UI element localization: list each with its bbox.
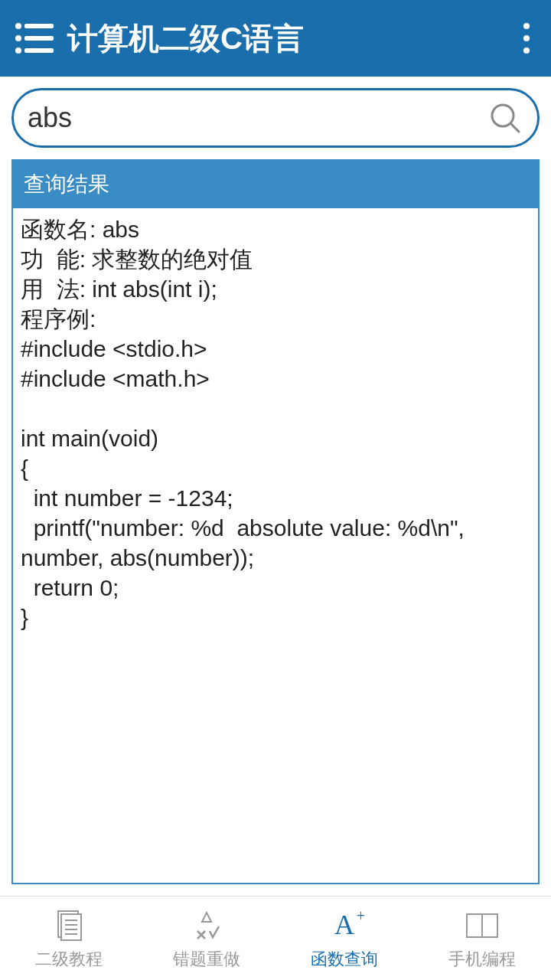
nav-tutorial[interactable]: 二级教程 bbox=[0, 897, 138, 980]
menu-icon[interactable] bbox=[15, 23, 54, 54]
nav-label: 二级教程 bbox=[35, 948, 103, 971]
nav-redo-wrong[interactable]: 错题重做 bbox=[138, 897, 276, 980]
book-icon bbox=[464, 906, 500, 943]
search-input[interactable] bbox=[28, 102, 488, 134]
app-title: 计算机二级C语言 bbox=[67, 18, 517, 60]
svg-marker-8 bbox=[202, 913, 211, 922]
result-header: 查询结果 bbox=[13, 161, 538, 208]
search-box bbox=[11, 88, 540, 148]
document-icon bbox=[51, 906, 87, 943]
overflow-menu-icon[interactable] bbox=[517, 17, 536, 60]
nav-label: 错题重做 bbox=[173, 948, 240, 971]
app-header: 计算机二级C语言 bbox=[0, 0, 551, 77]
svg-rect-3 bbox=[61, 914, 81, 940]
result-panel: 查询结果 函数名: abs 功 能: 求整数的绝对值 用 法: int abs(… bbox=[11, 159, 540, 884]
nav-label: 函数查询 bbox=[311, 948, 378, 971]
nav-mobile-coding[interactable]: 手机编程 bbox=[413, 897, 551, 980]
main-content: 查询结果 函数名: abs 功 能: 求整数的绝对值 用 法: int abs(… bbox=[0, 77, 551, 896]
redo-icon bbox=[188, 906, 225, 943]
nav-function-lookup[interactable]: A+ 函数查询 bbox=[276, 897, 413, 980]
svg-line-1 bbox=[511, 124, 519, 132]
result-body: 函数名: abs 功 能: 求整数的绝对值 用 法: int abs(int i… bbox=[13, 208, 538, 883]
svg-point-0 bbox=[492, 105, 514, 126]
bottom-nav: 二级教程 错题重做 A+ 函数查询 手机编程 bbox=[0, 896, 551, 980]
aplus-icon: A+ bbox=[326, 906, 363, 943]
search-icon[interactable] bbox=[488, 101, 522, 135]
nav-label: 手机编程 bbox=[448, 948, 516, 971]
